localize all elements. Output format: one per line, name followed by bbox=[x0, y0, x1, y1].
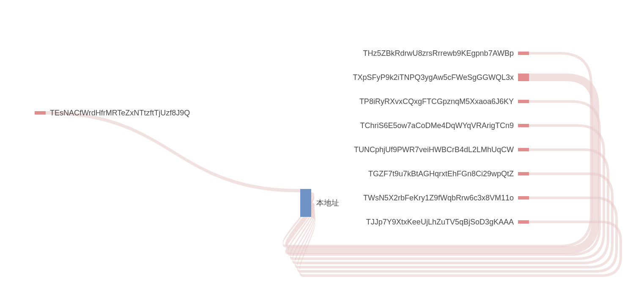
source-node-label: TEsNACfWrdHfrMRTeZxNTtzftTjUzf8J9Q bbox=[50, 109, 190, 117]
target-node[interactable]: TChriS6E5ow7aCoDMe4DqWYqVRArigTCn9 bbox=[360, 121, 529, 130]
flow bbox=[297, 197, 618, 273]
target-node-label: TGZF7t9u7kBtAGHqrxtEhFGn8Ci29wpQtZ bbox=[368, 170, 514, 178]
target-node[interactable]: TP8iRyRXvxCQxgFTCGpznqM5Xxaoa6J6KY bbox=[359, 97, 529, 106]
target-node-rect bbox=[518, 148, 529, 151]
target-node[interactable]: TJJp7Y9XtxKeeUjLhZuTV5qBjSoD3gKAAA bbox=[366, 218, 529, 226]
target-node-rect bbox=[518, 124, 529, 127]
target-node-label: TWsN5X2rbFeKry1Z9fWqbRrw6c3x8VM11o bbox=[363, 194, 514, 202]
target-node-rect bbox=[518, 172, 529, 175]
target-node-label: TXpSFyP9k2iTNPQ3ygAw5cFWeSgGGWQL3x bbox=[353, 73, 514, 82]
target-node-rect bbox=[518, 52, 529, 55]
target-node-label: TP8iRyRXvxCQxgFTCGpznqM5Xxaoa6J6KY bbox=[359, 97, 514, 106]
target-node-label: TChriS6E5ow7aCoDMe4DqWYqVRArigTCn9 bbox=[360, 121, 514, 130]
center-node-label: 本地址 bbox=[316, 199, 339, 207]
target-node[interactable]: TXpSFyP9k2iTNPQ3ygAw5cFWeSgGGWQL3x bbox=[353, 73, 529, 82]
target-node-rect bbox=[518, 74, 529, 81]
flows-group bbox=[46, 52, 622, 277]
target-node-rect bbox=[518, 196, 529, 200]
center-node[interactable]: 本地址 bbox=[300, 189, 339, 217]
flow bbox=[290, 124, 605, 260]
target-node[interactable]: TGZF7t9u7kBtAGHqrxtEhFGn8Ci29wpQtZ bbox=[368, 170, 529, 178]
sankey-diagram: TEsNACfWrdHfrMRTeZxNTtzftTjUzf8J9Q 本地址 T… bbox=[0, 0, 644, 290]
source-node[interactable]: TEsNACfWrdHfrMRTeZxNTtzftTjUzf8J9Q bbox=[35, 109, 190, 117]
target-node-label: TUNCphjUf9PWR7veiHWBCrB4dL2LMhUqCW bbox=[354, 145, 514, 154]
target-node-label: TJJp7Y9XtxKeeUjLhZuTV5qBjSoD3gKAAA bbox=[366, 218, 514, 226]
target-node-label: THz5ZBkRdrwU8zrsRrrewb9KEgpnb7AWBp bbox=[363, 49, 514, 57]
target-node-rect bbox=[518, 100, 529, 103]
center-node-rect bbox=[300, 189, 311, 217]
source-node-rect bbox=[35, 111, 46, 115]
nodes-group: TEsNACfWrdHfrMRTeZxNTtzftTjUzf8J9Q 本地址 T… bbox=[35, 49, 529, 226]
target-node[interactable]: TUNCphjUf9PWR7veiHWBCrB4dL2LMhUqCW bbox=[354, 145, 529, 154]
flow bbox=[46, 111, 300, 192]
target-node[interactable]: TWsN5X2rbFeKry1Z9fWqbRrw6c3x8VM11o bbox=[363, 194, 529, 202]
target-node[interactable]: THz5ZBkRdrwU8zrsRrrewb9KEgpnb7AWBp bbox=[363, 49, 529, 57]
target-node-rect bbox=[518, 220, 529, 224]
targets-group: THz5ZBkRdrwU8zrsRrrewb9KEgpnb7AWBpTXpSFy… bbox=[353, 49, 529, 226]
